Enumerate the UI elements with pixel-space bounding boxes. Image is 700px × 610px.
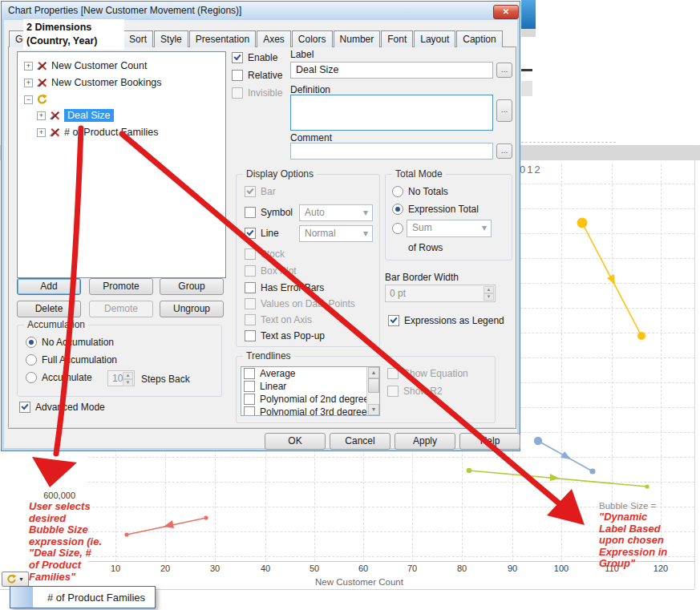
checkbox-icon[interactable] (387, 386, 399, 397)
tab-axes[interactable]: Axes (257, 30, 291, 47)
tree-row-group[interactable]: − (24, 92, 51, 107)
radio-icon[interactable] (392, 204, 403, 215)
tab-caption[interactable]: Caption (456, 30, 502, 47)
box-plot-checkbox[interactable]: Box Plot (245, 265, 297, 277)
steps-back-spinner[interactable]: 10 ▲▼ (107, 370, 135, 386)
checkbox-icon[interactable] (244, 381, 255, 392)
spinner-buttons[interactable]: ▲▼ (123, 372, 133, 385)
expression-total-radio[interactable]: Expression Total (392, 204, 479, 215)
label-ellipsis-button[interactable]: ... (496, 63, 512, 78)
expand-icon[interactable]: + (37, 111, 46, 120)
bar-border-width-spinner[interactable]: 0 pt ▲▼ (385, 285, 496, 302)
ungroup-button[interactable]: Ungroup (160, 301, 224, 317)
text-on-axis-checkbox[interactable]: Text on Axis (245, 314, 312, 325)
promote-button[interactable]: Promote (89, 278, 153, 295)
checkbox-icon[interactable] (244, 394, 255, 405)
radio-icon[interactable] (392, 186, 403, 197)
scroll-down-icon[interactable]: ▼ (368, 404, 379, 415)
cancel-button[interactable]: Cancel (330, 433, 390, 450)
checkbox-icon[interactable] (245, 186, 256, 197)
group-selector-menu[interactable]: # of Product Families (10, 586, 156, 608)
tree-row[interactable]: + New Customer Count (24, 59, 148, 73)
trendline-item[interactable]: Polynomial of 3rd degree (241, 406, 379, 416)
show-equation-checkbox[interactable]: Show Equation (387, 368, 468, 379)
values-on-data-points-checkbox[interactable]: Values on Data Points (245, 298, 355, 309)
checkbox-icon[interactable] (244, 406, 255, 416)
sum-of-rows-radio[interactable] (392, 223, 408, 234)
advanced-mode-checkbox[interactable]: Advanced Mode (19, 402, 105, 413)
menu-item[interactable]: # of Product Families (33, 592, 145, 604)
checkbox-icon[interactable] (387, 368, 399, 379)
help-button[interactable]: Help (459, 433, 520, 450)
expand-icon[interactable]: + (24, 62, 33, 71)
text-as-popup-checkbox[interactable]: Text as Pop-up (245, 330, 325, 341)
scroll-thumb[interactable] (368, 378, 379, 393)
radio-icon[interactable] (26, 372, 37, 383)
checkbox-icon[interactable] (245, 228, 256, 239)
symbol-checkbox[interactable]: Symbol (245, 207, 293, 218)
definition-ellipsis-button[interactable]: ... (496, 99, 512, 122)
radio-icon[interactable] (26, 354, 37, 366)
enable-checkbox[interactable]: Enable (232, 52, 277, 63)
radio-icon[interactable] (392, 223, 403, 234)
comment-ellipsis-button[interactable]: ... (496, 143, 512, 159)
checkbox-icon[interactable] (245, 207, 256, 218)
tree-row[interactable]: + # of Product Families (37, 125, 158, 139)
delete-button[interactable]: Delete (17, 301, 81, 317)
line-checkbox[interactable]: Line (245, 228, 279, 239)
close-icon[interactable]: ✕ (493, 5, 519, 19)
group-button[interactable]: Group (160, 278, 224, 295)
trendline-item[interactable]: Average (241, 367, 379, 380)
add-button[interactable]: Add (17, 278, 81, 295)
checkbox-icon[interactable] (232, 87, 243, 99)
checkbox-icon[interactable] (232, 70, 243, 81)
checkbox-icon[interactable] (388, 315, 399, 326)
relative-checkbox[interactable]: Relative (232, 70, 282, 81)
comment-input[interactable] (290, 143, 493, 160)
checkbox-icon[interactable] (245, 265, 256, 277)
sum-combo[interactable]: Sum (407, 220, 492, 237)
has-error-bars-checkbox[interactable]: Has Error Bars (245, 282, 324, 293)
definition-textarea[interactable] (290, 95, 493, 131)
show-r2-checkbox[interactable]: Show R2 (387, 386, 443, 397)
accumulate-radio[interactable]: Accumulate (26, 372, 92, 383)
apply-button[interactable]: Apply (395, 433, 455, 450)
tab-layout[interactable]: Layout (414, 30, 455, 47)
dialog-titlebar[interactable]: Chart Properties [New Customer Movement … (2, 2, 520, 20)
tab-colors[interactable]: Colors (292, 30, 333, 47)
scroll-up-icon[interactable]: ▲ (368, 367, 379, 378)
ok-button[interactable]: OK (265, 433, 326, 450)
checkbox-icon[interactable] (19, 402, 30, 413)
trendline-item[interactable]: Polynomial of 2nd degree (241, 393, 379, 406)
checkbox-icon[interactable] (244, 368, 255, 379)
demote-button[interactable]: Demote (89, 301, 153, 317)
tab-style[interactable]: Style (154, 30, 188, 47)
spinner-buttons[interactable]: ▲▼ (484, 286, 494, 301)
trendline-item[interactable]: Linear (241, 380, 379, 393)
full-accumulation-radio[interactable]: Full Accumulation (26, 354, 117, 366)
tab-font[interactable]: Font (381, 30, 413, 47)
tree-row-selected[interactable]: + Deal Size (37, 108, 114, 123)
tab-sort[interactable]: Sort (123, 30, 153, 47)
stock-checkbox[interactable]: Stock (245, 248, 285, 260)
trendlines-scrollbar[interactable]: ▲ ▼ (366, 367, 379, 415)
expand-icon[interactable]: + (37, 128, 46, 137)
checkbox-icon[interactable] (245, 314, 256, 325)
cycle-group-button[interactable]: ▼ (2, 572, 29, 587)
expressions-as-legend-checkbox[interactable]: Expressions as Legend (388, 315, 504, 326)
collapse-icon[interactable]: − (24, 95, 33, 104)
no-accumulation-radio[interactable]: No Accumulation (26, 337, 114, 348)
no-totals-radio[interactable]: No Totals (392, 186, 448, 197)
bar-checkbox[interactable]: Bar (245, 186, 276, 197)
checkbox-icon[interactable] (245, 248, 256, 260)
checkbox-icon[interactable] (245, 330, 256, 341)
trendlines-list[interactable]: Average Linear Polynomial of 2nd degree … (241, 366, 380, 416)
label-input[interactable]: Deal Size (290, 62, 493, 79)
checkbox-icon[interactable] (245, 282, 256, 293)
checkbox-icon[interactable] (245, 298, 256, 309)
checkbox-icon[interactable] (232, 52, 243, 63)
radio-icon[interactable] (26, 337, 37, 348)
invisible-checkbox[interactable]: Invisible (232, 87, 282, 99)
line-combo[interactable]: Normal (299, 225, 373, 242)
tab-number[interactable]: Number (334, 30, 381, 47)
